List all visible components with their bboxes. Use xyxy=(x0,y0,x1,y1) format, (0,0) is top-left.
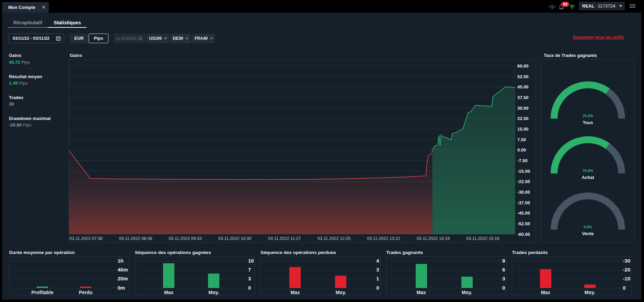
svg-text:-52.50: -52.50 xyxy=(517,221,530,226)
svg-text:45.00: 45.00 xyxy=(517,84,529,89)
svg-text:03.11.2022 11:27: 03.11.2022 11:27 xyxy=(268,236,301,241)
svg-text:70.0%: 70.0% xyxy=(583,114,593,118)
svg-text:7.50: 7.50 xyxy=(517,137,526,142)
svg-text:-30.00: -30.00 xyxy=(517,190,530,195)
svg-text:-37.50: -37.50 xyxy=(517,200,530,205)
svg-text:-22.50: -22.50 xyxy=(517,179,530,184)
svg-text:0.00: 0.00 xyxy=(517,147,526,153)
svg-text:-45.00: -45.00 xyxy=(517,210,530,216)
svg-text:22.50: 22.50 xyxy=(517,116,529,121)
svg-text:Vente: Vente xyxy=(582,231,594,236)
svg-text:60.00: 60.00 xyxy=(517,63,529,69)
svg-text:03.11.2022 07:38: 03.11.2022 07:38 xyxy=(69,236,102,241)
svg-text:03.11.2022 12:25: 03.11.2022 12:25 xyxy=(318,236,350,241)
svg-text:0.0%: 0.0% xyxy=(584,225,592,229)
svg-text:03.11.2022 10:30: 03.11.2022 10:30 xyxy=(218,236,251,241)
svg-text:03.11.2022 15:16: 03.11.2022 15:16 xyxy=(466,236,499,241)
svg-text:03.11.2022 13:22: 03.11.2022 13:22 xyxy=(367,236,400,241)
svg-text:37.50: 37.50 xyxy=(517,95,529,100)
svg-text:-60.00: -60.00 xyxy=(517,232,530,237)
svg-text:Achat: Achat xyxy=(582,175,594,180)
svg-text:$: $ xyxy=(551,4,554,10)
svg-text:15.00: 15.00 xyxy=(517,126,529,132)
svg-text:30.00: 30.00 xyxy=(517,106,529,111)
svg-text:03.11.2022 09:33: 03.11.2022 09:33 xyxy=(169,236,202,241)
svg-text:-7.50: -7.50 xyxy=(517,158,528,163)
svg-text:52.50: 52.50 xyxy=(517,74,529,79)
svg-text:Tous: Tous xyxy=(583,120,593,125)
svg-text:03.11.2022 14:19: 03.11.2022 14:19 xyxy=(417,236,450,241)
svg-text:03.11.2022 08:36: 03.11.2022 08:36 xyxy=(119,236,152,241)
svg-text:-15.00: -15.00 xyxy=(517,169,530,174)
svg-text:70.0%: 70.0% xyxy=(583,169,593,173)
